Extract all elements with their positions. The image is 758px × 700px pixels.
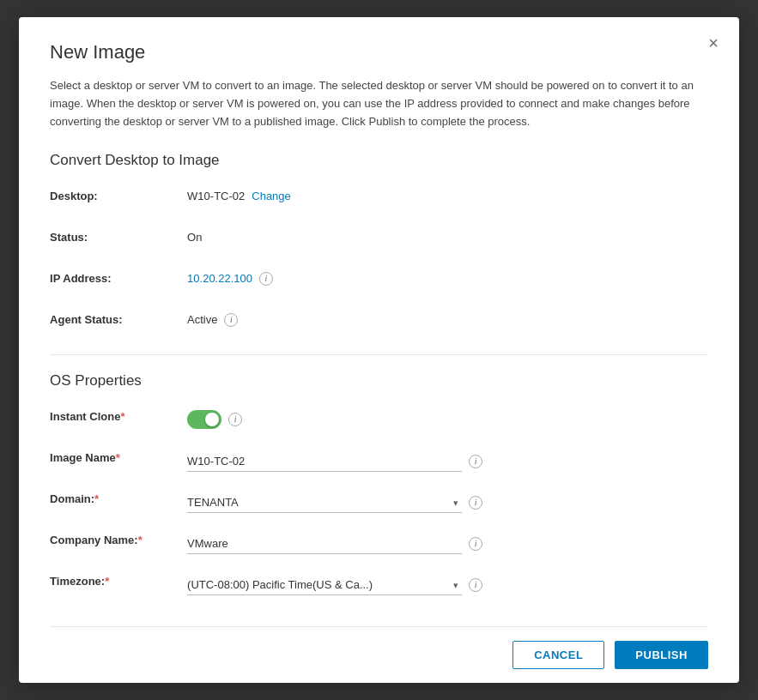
- image-name-input[interactable]: [187, 451, 462, 472]
- status-field-row: Status: On: [50, 227, 708, 255]
- desktop-field-row: Desktop: W10-TC-02 Change: [50, 186, 708, 214]
- instant-clone-field-row: Instant Clone* i: [50, 407, 708, 434]
- desktop-value-group: W10-TC-02 Change: [187, 186, 708, 202]
- company-value-group: i: [187, 530, 708, 554]
- os-section-title: OS Properties: [50, 372, 708, 389]
- image-name-value-group: i: [187, 448, 708, 472]
- timezone-required: *: [105, 575, 109, 588]
- ip-value-group: 10.20.22.100 i: [187, 269, 708, 286]
- domain-select[interactable]: TENANTA DOMAINB DOMAINC: [187, 492, 462, 513]
- status-value: On: [187, 231, 202, 244]
- company-field-row: Company Name:* i: [50, 530, 708, 558]
- status-label: Status:: [50, 227, 187, 244]
- desktop-change-link[interactable]: Change: [252, 190, 291, 202]
- domain-field-row: Domain:* TENANTA DOMAINB DOMAINC ▾ i: [50, 489, 708, 516]
- modal-backdrop: × New Image Select a desktop or server V…: [0, 0, 758, 700]
- instant-clone-value-group: i: [187, 407, 708, 429]
- domain-label: Domain:*: [50, 489, 187, 505]
- domain-required: *: [94, 492, 99, 505]
- timezone-select-wrap: (UTC-08:00) Pacific Time(US & Ca...) (UT…: [187, 575, 462, 595]
- publish-button[interactable]: PUBLISH: [615, 641, 708, 669]
- new-image-modal: × New Image Select a desktop or server V…: [19, 17, 739, 682]
- company-input-group: i: [187, 534, 482, 554]
- ip-label: IP Address:: [50, 269, 187, 285]
- timezone-label: Timezone:*: [50, 571, 187, 588]
- modal-title: New Image: [50, 41, 708, 63]
- toggle-slider: [187, 410, 221, 429]
- domain-info-icon[interactable]: i: [469, 496, 482, 510]
- image-name-input-group: i: [187, 451, 482, 472]
- domain-input-group: TENANTA DOMAINB DOMAINC ▾ i: [187, 492, 482, 513]
- timezone-info-icon[interactable]: i: [469, 578, 482, 592]
- desktop-label: Desktop:: [50, 186, 187, 202]
- company-info-icon[interactable]: i: [469, 537, 482, 551]
- status-value-group: On: [187, 227, 708, 244]
- timezone-input-group: (UTC-08:00) Pacific Time(US & Ca...) (UT…: [187, 575, 482, 595]
- agent-label: Agent Status:: [50, 310, 187, 326]
- image-name-field-row: Image Name* i: [50, 448, 708, 475]
- ip-value[interactable]: 10.20.22.100: [187, 272, 252, 285]
- modal-description: Select a desktop or server VM to convert…: [50, 77, 708, 130]
- timezone-field-row: Timezone:* (UTC-08:00) Pacific Time(US &…: [50, 571, 708, 599]
- image-name-info-icon[interactable]: i: [469, 455, 482, 468]
- company-label: Company Name:*: [50, 530, 187, 546]
- section-divider: [50, 354, 708, 355]
- domain-select-wrap: TENANTA DOMAINB DOMAINC ▾: [187, 492, 462, 513]
- agent-value: Active: [187, 313, 217, 326]
- desktop-value: W10-TC-02: [187, 190, 245, 202]
- agent-field-row: Agent Status: Active i: [50, 310, 708, 337]
- convert-section-title: Convert Desktop to Image: [50, 152, 708, 169]
- ip-info-icon[interactable]: i: [259, 272, 273, 286]
- ip-field-row: IP Address: 10.20.22.100 i: [50, 269, 708, 296]
- company-required: *: [138, 534, 143, 546]
- domain-value-group: TENANTA DOMAINB DOMAINC ▾ i: [187, 489, 708, 513]
- instant-clone-toggle[interactable]: [187, 410, 221, 429]
- instant-clone-info-icon[interactable]: i: [228, 413, 242, 426]
- instant-clone-required: *: [120, 410, 124, 423]
- instant-clone-label: Instant Clone*: [50, 407, 187, 423]
- close-button[interactable]: ×: [705, 31, 722, 55]
- image-name-label: Image Name*: [50, 448, 187, 464]
- timezone-value-group: (UTC-08:00) Pacific Time(US & Ca...) (UT…: [187, 571, 708, 595]
- cancel-button[interactable]: CANCEL: [512, 641, 604, 669]
- timezone-select[interactable]: (UTC-08:00) Pacific Time(US & Ca...) (UT…: [187, 575, 462, 595]
- agent-info-icon[interactable]: i: [224, 313, 238, 327]
- company-name-input[interactable]: [187, 534, 462, 554]
- agent-value-group: Active i: [187, 310, 708, 327]
- modal-footer: CANCEL PUBLISH: [50, 626, 708, 669]
- instant-clone-toggle-wrap: i: [187, 410, 242, 429]
- image-name-required: *: [116, 451, 120, 464]
